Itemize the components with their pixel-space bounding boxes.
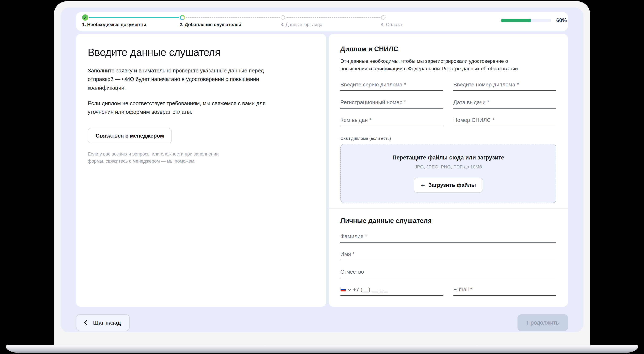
stepper-line-3-4 bbox=[286, 17, 380, 18]
first-name-input[interactable] bbox=[340, 250, 556, 258]
email-input[interactable] bbox=[453, 286, 556, 293]
intro-paragraph-1: Заполните заявку и внимательно проверьте… bbox=[88, 66, 278, 92]
diploma-section-title: Диплом и СНИЛС bbox=[340, 45, 556, 53]
back-button[interactable]: Шаг назад bbox=[76, 314, 130, 331]
step-3-label: 3. Данные юр. лица bbox=[280, 22, 322, 27]
laptop-base bbox=[6, 345, 638, 353]
progress-bar bbox=[501, 19, 551, 22]
last-name-field bbox=[340, 231, 556, 243]
chevron-left-icon bbox=[84, 320, 89, 325]
chevron-down-icon bbox=[348, 287, 351, 291]
wizard-footer: Шаг назад Продолжить bbox=[76, 314, 568, 331]
issued-by-field bbox=[340, 115, 443, 126]
diploma-scan-label: Скан диплома (если есть) bbox=[340, 136, 556, 141]
upload-files-button-label: Загрузить файлы bbox=[428, 182, 476, 188]
diploma-number-field bbox=[453, 79, 556, 91]
progress-percent-label: 60% bbox=[556, 17, 567, 23]
laptop-bezel: ✓ 1. Необходимые документы 2. Добавление… bbox=[54, 1, 590, 346]
diploma-fields-grid bbox=[340, 79, 556, 133]
stepper-line-1-2 bbox=[89, 17, 179, 18]
issued-by-input[interactable] bbox=[340, 116, 443, 124]
snils-field bbox=[453, 115, 556, 126]
file-dropzone[interactable]: Перетащите файлы сюда или загрузите JPG,… bbox=[340, 144, 556, 203]
personal-fields: Пол * Дата рождения * bbox=[340, 231, 556, 307]
step-4-label: 4. Оплата bbox=[381, 22, 402, 27]
diploma-number-input[interactable] bbox=[453, 81, 556, 88]
progress-bar-fill bbox=[501, 19, 531, 22]
section-divider bbox=[329, 208, 568, 209]
diploma-series-input[interactable] bbox=[340, 81, 443, 88]
email-field bbox=[453, 285, 556, 296]
contact-manager-note: Если у вас возникли вопросы или сложност… bbox=[88, 150, 226, 165]
check-icon: ✓ bbox=[84, 16, 87, 20]
step-2-current-icon bbox=[180, 15, 185, 20]
registration-number-field bbox=[340, 97, 443, 108]
step-2-label[interactable]: 2. Добавление слушателей bbox=[180, 22, 241, 27]
personal-section-title: Личные данные слушателя bbox=[340, 217, 556, 225]
middle-name-field bbox=[340, 267, 556, 278]
back-button-label: Шаг назад bbox=[93, 320, 121, 326]
issue-date-field bbox=[453, 97, 556, 108]
step-1-label[interactable]: 1. Необходимые документы bbox=[82, 22, 146, 27]
dropzone-title: Перетащите файлы сюда или загрузите bbox=[392, 154, 504, 161]
step-4-circle-icon bbox=[381, 15, 386, 20]
snils-input[interactable] bbox=[453, 116, 556, 124]
upload-files-button[interactable]: + Загрузить файлы bbox=[414, 178, 483, 193]
intro-paragraph-2: Если диплом не соответствует требованиям… bbox=[88, 99, 278, 116]
plus-icon: + bbox=[421, 182, 425, 189]
step-3-circle-icon bbox=[281, 15, 285, 20]
stepper-line-2-3 bbox=[186, 17, 280, 18]
diploma-section-description: Эти данные необходимы, чтобы мы зарегист… bbox=[340, 57, 526, 72]
phone-input[interactable] bbox=[353, 286, 443, 293]
first-name-field bbox=[340, 249, 556, 260]
phone-field bbox=[340, 285, 443, 296]
phone-country-selector[interactable] bbox=[340, 288, 350, 292]
content-cards: Введите данные слушателя Заполните заявк… bbox=[76, 34, 568, 307]
russia-flag-icon bbox=[340, 288, 346, 292]
continue-button[interactable]: Продолжить bbox=[518, 314, 568, 331]
stepper-bar: ✓ 1. Необходимые документы 2. Добавление… bbox=[76, 12, 568, 31]
issue-date-input[interactable] bbox=[453, 98, 556, 106]
app-screen: ✓ 1. Необходимые документы 2. Добавление… bbox=[60, 7, 584, 332]
middle-name-input[interactable] bbox=[340, 268, 556, 276]
last-name-input[interactable] bbox=[340, 233, 556, 240]
intro-panel: Введите данные слушателя Заполните заявк… bbox=[76, 34, 326, 307]
diploma-series-field bbox=[340, 79, 443, 91]
form-panel: Диплом и СНИЛС Эти данные необходимы, чт… bbox=[329, 34, 568, 307]
step-1-done-icon: ✓ bbox=[82, 14, 88, 21]
registration-number-input[interactable] bbox=[340, 98, 443, 106]
dropzone-formats-hint: JPG, JPEG, PNG, PDF до 10Мб bbox=[415, 164, 482, 170]
page-title: Введите данные слушателя bbox=[88, 46, 314, 58]
contact-manager-button[interactable]: Связаться с менеджером bbox=[88, 128, 172, 143]
